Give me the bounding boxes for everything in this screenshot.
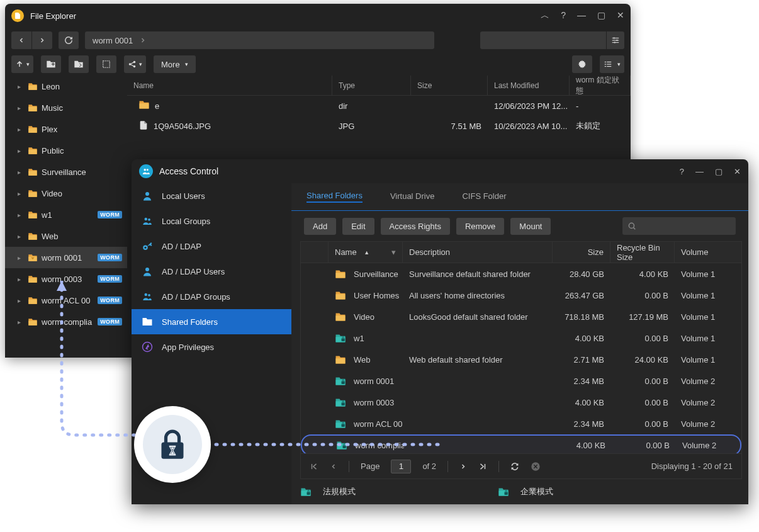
clear-button[interactable]	[531, 461, 541, 472]
column-size[interactable]: Size	[553, 242, 610, 263]
help-icon[interactable]: ?	[680, 167, 684, 176]
tree-item[interactable]: ▸Video	[5, 183, 127, 204]
maximize-icon[interactable]: ▢	[597, 10, 605, 21]
tree-item[interactable]: ▸Public	[5, 140, 127, 161]
folder-name: worm 0001	[354, 376, 394, 386]
column-size[interactable]: Size	[411, 76, 488, 95]
add-button[interactable]: Add	[304, 218, 336, 235]
table-row[interactable]: w14.00 KB0.00 BVolume 1	[301, 327, 741, 349]
next-page-button[interactable]	[459, 463, 467, 470]
sidebar-item[interactable]: App Privileges	[132, 334, 291, 359]
maximize-icon[interactable]: ▢	[715, 167, 722, 176]
settings-button[interactable]	[572, 55, 592, 73]
tab-cifs-folder[interactable]: CIFS Folder	[462, 191, 506, 202]
tree-item[interactable]: ▸Plex	[5, 118, 127, 140]
new-folder-button[interactable]	[41, 55, 61, 73]
folder-tree[interactable]: ▸Leon▸Music▸Plex▸Public▸Surveillance▸Vid…	[5, 76, 127, 358]
tree-item[interactable]: ▸worm 0003WORM	[5, 268, 127, 290]
access-control-app-icon	[139, 164, 153, 178]
column-volume[interactable]: Volume	[675, 242, 741, 263]
minimize-to-tray-icon[interactable]: ︿	[541, 10, 549, 21]
svg-rect-23	[28, 86, 37, 90]
help-icon[interactable]: ?	[561, 10, 566, 21]
tree-item[interactable]: ▸Surveillance	[5, 161, 127, 183]
svg-rect-19	[605, 64, 606, 64]
tree-item[interactable]: ▸worm 0001WORM	[5, 247, 127, 268]
prev-page-button[interactable]	[330, 463, 337, 470]
app-icon	[142, 341, 153, 353]
svg-rect-25	[28, 128, 37, 133]
folder-volume: Volume 1	[675, 327, 741, 349]
table-row[interactable]: worm 00034.00 KB0.00 BVolume 2	[301, 392, 741, 413]
column-name[interactable]: Name ▲▾	[329, 242, 403, 263]
tab-shared-folders[interactable]: Shared Folders	[306, 191, 363, 203]
tree-item[interactable]: ▸Music	[5, 97, 127, 118]
mount-button[interactable]: Mount	[510, 218, 551, 235]
share-button[interactable]: ▾	[124, 55, 146, 73]
page-input[interactable]	[391, 460, 411, 473]
table-row[interactable]: worm ACL 0012.34 MB0.00 BVolume 2	[301, 413, 741, 434]
sidebar-item[interactable]: Local Groups	[132, 208, 291, 234]
sidebar-item[interactable]: Shared Folders	[132, 309, 291, 334]
tree-item[interactable]: ▸worm ACL 00WORM	[5, 290, 127, 311]
key-icon	[142, 241, 153, 252]
search-input[interactable]	[480, 31, 606, 49]
refresh-button[interactable]	[510, 462, 519, 471]
back-button[interactable]	[11, 31, 31, 49]
table-row[interactable]: WebWeb default shared folder2.71 MB24.00…	[301, 349, 741, 370]
svg-rect-51	[336, 315, 346, 320]
breadcrumb-segment[interactable]: worm 0001	[93, 36, 133, 45]
worm-folder-icon	[335, 419, 346, 429]
last-page-button[interactable]	[478, 462, 487, 471]
sidebar-item[interactable]: Local Users	[132, 183, 291, 208]
tree-item[interactable]: ▸worm compliaWORM	[5, 311, 127, 332]
minimize-icon[interactable]: —	[577, 10, 586, 21]
column-checkbox[interactable]	[301, 242, 329, 263]
file-row[interactable]: edir12/06/2023 PM 12...-	[127, 96, 631, 116]
column-modified[interactable]: Last Modified	[488, 76, 570, 95]
view-mode-button[interactable]: ▾	[600, 55, 624, 73]
table-row[interactable]: VideoLooksGood default shared folder718.…	[301, 306, 741, 327]
file-row[interactable]: 1Q9A5046.JPGJPG7.51 MB10/26/2023 AM 10..…	[127, 116, 631, 136]
folder-size: 4.00 KB	[553, 392, 610, 413]
column-name[interactable]: Name	[127, 76, 332, 95]
upload-button[interactable]: ▾	[11, 55, 33, 73]
edit-button[interactable]: Edit	[342, 218, 374, 235]
access-rights-button[interactable]: Access Rights	[381, 218, 450, 235]
column-menu-icon[interactable]: ▾	[391, 247, 396, 257]
first-page-button[interactable]	[310, 462, 318, 471]
table-row[interactable]: User HomesAll users' home directories263…	[301, 285, 741, 306]
refresh-button[interactable]	[59, 31, 79, 49]
column-description[interactable]: Description	[403, 242, 553, 263]
folder-volume: Volume 1	[675, 285, 741, 306]
svg-rect-10	[103, 61, 110, 68]
more-button[interactable]: More ▾	[154, 55, 196, 73]
folder-search-input[interactable]	[622, 217, 736, 235]
minimize-icon[interactable]: —	[695, 167, 704, 176]
advanced-search-button[interactable]	[607, 31, 624, 49]
access-control-titlebar: Access Control ? — ▢ ✕	[132, 159, 748, 183]
column-worm[interactable]: worm 鎖定狀態	[570, 76, 631, 95]
forward-button[interactable]	[32, 31, 52, 49]
svg-rect-62	[343, 445, 346, 448]
sidebar-item[interactable]: AD / LDAP Users	[132, 259, 291, 284]
tree-item[interactable]: ▸Leon	[5, 76, 127, 97]
sidebar-item[interactable]: AD / LDAP Groups	[132, 284, 291, 309]
file-worm-status: -	[570, 101, 631, 111]
column-recycle[interactable]: Recycle Bin Size	[610, 242, 675, 263]
copy-button[interactable]	[69, 55, 89, 73]
close-icon[interactable]: ✕	[734, 167, 741, 176]
tree-item-label: Video	[42, 189, 127, 198]
close-icon[interactable]: ✕	[617, 10, 624, 21]
breadcrumb[interactable]: worm 0001	[85, 31, 434, 49]
tab-virtual-drive[interactable]: Virtual Drive	[390, 191, 435, 202]
table-row[interactable]: worm 00012.34 MB0.00 BVolume 2	[301, 370, 741, 392]
remove-button[interactable]: Remove	[456, 218, 504, 235]
tree-item[interactable]: ▸Web	[5, 225, 127, 247]
sidebar-item[interactable]: AD / LDAP	[132, 234, 291, 259]
table-row[interactable]: worm compliance ...4.00 KB0.00 BVolume 2	[301, 434, 741, 453]
table-row[interactable]: SurveillanceSurveillance default shared …	[301, 263, 741, 285]
column-type[interactable]: Type	[332, 76, 411, 95]
select-all-button[interactable]	[96, 55, 116, 73]
tree-item[interactable]: ▸w1WORM	[5, 204, 127, 225]
